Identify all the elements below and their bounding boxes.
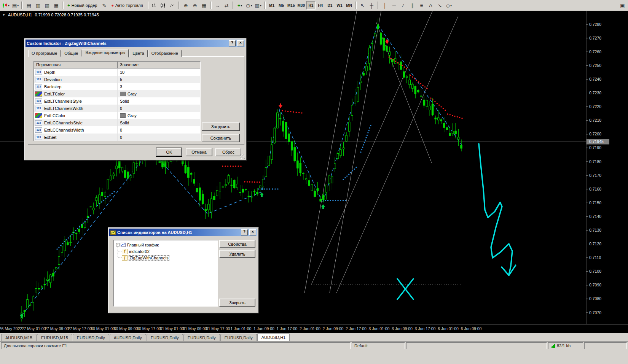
dialog-tab-Входные параметры[interactable]: Входные параметры: [82, 49, 129, 57]
chart-tab-1-EURUSD,M15[interactable]: EURUSD,M15: [37, 334, 72, 342]
navigator-button[interactable]: ▧: [43, 1, 51, 10]
properties-button[interactable]: Свойства: [219, 240, 255, 248]
new-order-button[interactable]: + Новый ордер: [65, 1, 99, 10]
param-row-ExtLTColor[interactable]: ExtLTColorGray: [34, 90, 200, 97]
fullscreen-button[interactable]: ▣: [618, 1, 627, 10]
indicator-listbox[interactable]: - Главный график ƒindicator02ƒZigZagWith…: [113, 240, 218, 307]
horizontal-line-button[interactable]: ─: [390, 1, 398, 10]
timeframe-h1[interactable]: H1: [306, 1, 316, 10]
line-chart-button[interactable]: [168, 1, 177, 10]
crosshair-button[interactable]: ┼: [367, 1, 376, 10]
cursor-button[interactable]: ↖: [358, 1, 367, 10]
text-tool-button[interactable]: A: [426, 1, 435, 10]
dialog-tab-Отображение[interactable]: Отображение: [148, 50, 182, 57]
help-button[interactable]: ?: [241, 229, 248, 235]
new-chart-button[interactable]: ▾: [1, 1, 11, 10]
param-row-ExtLCChannelsStyle[interactable]: 123ExtLCChannelsStyleSolid: [34, 119, 200, 126]
channel-button[interactable]: ∥: [408, 1, 417, 10]
vertical-line-button[interactable]: │: [381, 1, 389, 10]
autotrading-button[interactable]: ● Авто-торговля: [109, 1, 145, 10]
reset-button[interactable]: Сброс: [215, 148, 241, 156]
param-value[interactable]: 10: [118, 70, 200, 75]
load-button[interactable]: Загрузить: [202, 122, 240, 131]
param-value[interactable]: 0: [118, 135, 200, 140]
tree-expander[interactable]: -: [116, 243, 120, 246]
dialog-tab-О программе[interactable]: О программе: [28, 50, 61, 57]
connection-bars-icon: [551, 344, 555, 348]
zoom-in-button[interactable]: ⊕: [182, 1, 190, 10]
param-row-Backstep[interactable]: 123Backstep3: [34, 83, 200, 90]
timeframe-h4[interactable]: H4: [316, 1, 325, 10]
chart-tab-0-AUDUSD,M15[interactable]: AUDUSD,M15: [1, 334, 37, 342]
fibonacci-button[interactable]: ≡: [417, 1, 426, 10]
column-header-variable[interactable]: Переменная: [34, 62, 118, 68]
tree-root-item[interactable]: - Главный график: [115, 242, 218, 248]
templates-button[interactable]: ▨▾: [254, 1, 263, 10]
candle-chart-button[interactable]: [159, 1, 168, 10]
ok-button[interactable]: OK: [156, 148, 182, 156]
param-row-ExtLCChannelsWidth[interactable]: 123ExtLCChannelsWidth0: [34, 126, 200, 134]
indicators-button[interactable]: +▾: [236, 1, 244, 10]
timeframe-m5[interactable]: M5: [277, 1, 286, 10]
timeframe-m15[interactable]: M15: [286, 1, 296, 10]
chart-tab-3-AUDUSD,Daily[interactable]: AUDUSD,Daily: [110, 334, 146, 342]
param-value[interactable]: 0: [118, 128, 200, 132]
param-value[interactable]: Gray: [118, 92, 200, 96]
timeframe-m1[interactable]: M1: [267, 1, 276, 10]
close-button[interactable]: ×: [237, 40, 244, 46]
chart-tab-5-EURUSD,Daily[interactable]: EURUSD,Daily: [183, 334, 220, 342]
timeframe-w1[interactable]: W1: [335, 1, 344, 10]
dialog-titlebar[interactable]: Список индикаторов на AUDUSD,H1 ? ×: [109, 229, 257, 236]
param-value[interactable]: 5: [118, 77, 200, 82]
shapes-button[interactable]: ◇▾: [445, 1, 453, 10]
param-row-ExtLCColor[interactable]: ExtLCColorGray: [34, 112, 200, 119]
param-value[interactable]: Gray: [118, 113, 200, 118]
cancel-button[interactable]: Отмена: [186, 148, 212, 156]
timeframe-mn[interactable]: MN: [344, 1, 354, 10]
periods-button[interactable]: ◷▾: [245, 1, 253, 10]
param-value[interactable]: Solid: [118, 99, 200, 103]
help-button[interactable]: ?: [229, 40, 236, 46]
chart-shift-button[interactable]: ⇄: [222, 1, 231, 10]
terminal-button[interactable]: ▦: [52, 1, 61, 10]
dialog-tab-Общие[interactable]: Общие: [61, 50, 81, 57]
data-window-button[interactable]: ▥: [33, 1, 42, 10]
time-axis[interactable]: 26 May 202227 May 01:0027 May 09:0027 Ma…: [0, 324, 628, 333]
timeframe-m30[interactable]: M30: [296, 1, 306, 10]
tile-windows-button[interactable]: ▦: [200, 1, 209, 10]
param-row-ExtSet[interactable]: 123ExtSet0: [34, 134, 200, 141]
zoom-out-button[interactable]: ⊖: [191, 1, 199, 10]
column-header-value[interactable]: Значение: [118, 62, 200, 68]
bar-chart-button[interactable]: [150, 1, 159, 10]
timeframe-d1[interactable]: D1: [325, 1, 335, 10]
param-value[interactable]: 3: [118, 84, 200, 89]
param-row-ExtLTChannelsWidth[interactable]: 123ExtLTChannelsWidth0: [34, 105, 200, 112]
close-button[interactable]: ×: [249, 229, 256, 235]
close-list-button[interactable]: Закрыть: [219, 299, 255, 307]
chart-tab-4-EURUSD,Daily[interactable]: EURUSD,Daily: [147, 334, 183, 342]
chart-tab-6-EURUSD,Daily[interactable]: EURUSD,Daily: [220, 334, 257, 342]
param-row-Depth[interactable]: 123Depth10: [34, 68, 200, 76]
chart-tab-2-EURUSD,Daily[interactable]: EURUSD,Daily: [73, 334, 109, 342]
param-value[interactable]: Solid: [118, 121, 200, 125]
market-watch-button[interactable]: ▤: [24, 1, 33, 10]
dialog-tab-Цвета[interactable]: Цвета: [129, 50, 148, 57]
status-profile[interactable]: Default: [352, 342, 405, 349]
chart-shift-icon: ⇄: [225, 3, 229, 8]
indicator-item-ZigZagWithChannels[interactable]: ƒZigZagWithChannels: [115, 254, 218, 261]
dialog-titlebar[interactable]: Custom Indicator - ZigZagWithChannels ? …: [26, 40, 245, 47]
chart-tab-7-AUDUSD,H1[interactable]: AUDUSD,H1: [257, 333, 290, 342]
save-button[interactable]: Сохранить: [202, 134, 240, 142]
resize-grip[interactable]: [240, 154, 245, 159]
param-value[interactable]: 0: [118, 106, 200, 111]
delete-button[interactable]: Удалить: [219, 250, 255, 258]
trendline-button[interactable]: ∕: [399, 1, 408, 10]
indicator-item-indicator02[interactable]: ƒindicator02: [115, 248, 218, 254]
arrow-tool-button[interactable]: ↘: [435, 1, 444, 10]
profiles-button[interactable]: ▤▾: [11, 1, 20, 10]
param-row-ExtLTChannelsStyle[interactable]: 123ExtLTChannelsStyleSolid: [34, 97, 200, 105]
auto-scroll-button[interactable]: →: [213, 1, 222, 10]
param-name: Depth: [44, 70, 55, 75]
metaeditor-button[interactable]: ✎: [100, 1, 108, 10]
param-row-Deviation[interactable]: 123Deviation5: [34, 76, 200, 83]
